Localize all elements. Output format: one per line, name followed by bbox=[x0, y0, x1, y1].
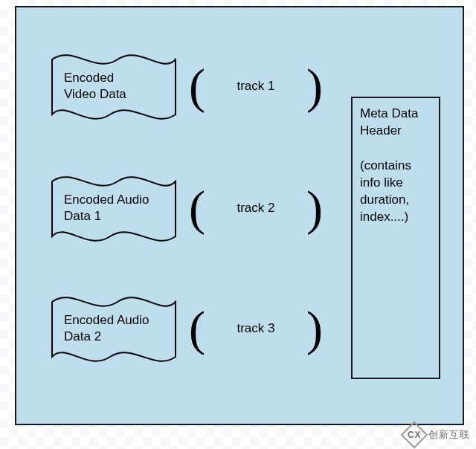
watermark-logo-icon: CX bbox=[401, 421, 428, 449]
encoded-data-flag-1: EncodedVideo Data bbox=[51, 46, 177, 128]
track-bracket-3: ( track 3 ) bbox=[189, 299, 323, 358]
encoded-data-flag-3: Encoded Audio Data 2 bbox=[51, 288, 177, 370]
encoded-data-flag-2: Encoded Audio Data 1 bbox=[51, 168, 177, 250]
track-label-1: track 1 bbox=[189, 56, 323, 116]
meta-title: Meta Data Header bbox=[360, 106, 431, 140]
container-box: EncodedVideo Data ( track 1 ) Encoded Au… bbox=[15, 6, 464, 425]
encoded-data-label-3: Encoded Audio Data 2 bbox=[64, 312, 168, 345]
watermark: CX 创新互联 bbox=[405, 425, 470, 445]
bracket-right-icon: ) bbox=[306, 178, 323, 238]
bracket-right-icon: ) bbox=[306, 299, 323, 358]
watermark-text: 创新互联 bbox=[428, 428, 470, 442]
track-bracket-2: ( track 2 ) bbox=[189, 178, 323, 238]
track-label-3: track 3 bbox=[189, 299, 323, 358]
track-label-2: track 2 bbox=[189, 178, 323, 238]
encoded-data-label-2: Encoded Audio Data 1 bbox=[64, 192, 168, 224]
meta-data-header-box: Meta Data Header (contains info like dur… bbox=[351, 97, 440, 379]
encoded-data-label-1: EncodedVideo Data bbox=[64, 70, 168, 103]
track-bracket-1: ( track 1 ) bbox=[189, 56, 323, 116]
bracket-right-icon: ) bbox=[306, 56, 323, 116]
meta-body: (contains info like duration, index....) bbox=[360, 158, 431, 226]
